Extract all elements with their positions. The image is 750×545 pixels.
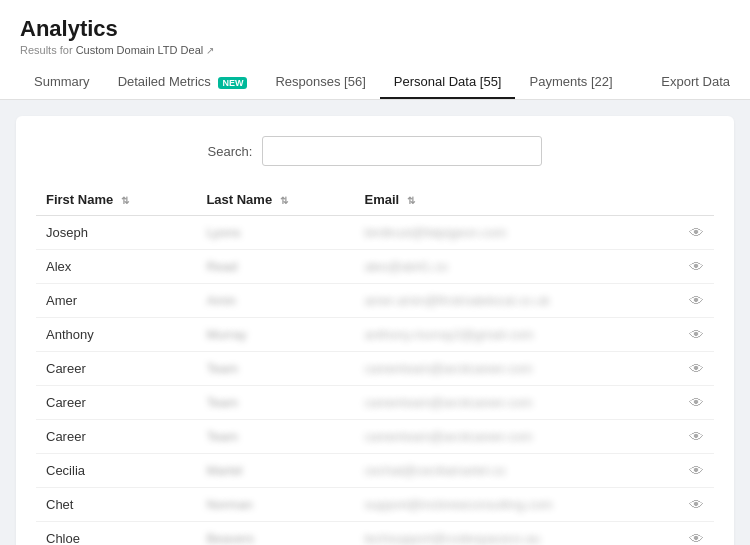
eye-icon[interactable]: 👁	[689, 496, 704, 513]
table-row: CareerTeamcareerteam@arcitcareer.com👁	[36, 386, 714, 420]
cell-first-name: Career	[36, 386, 196, 420]
cell-email: cechat@ceciliamartel.co	[354, 454, 679, 488]
data-table: First Name ⇅ Last Name ⇅ Email ⇅ JosephL…	[36, 184, 714, 545]
cell-view[interactable]: 👁	[679, 216, 714, 250]
cell-last-name: Team	[196, 352, 354, 386]
cell-email: birdtrust@fatpigeon.com	[354, 216, 679, 250]
col-last-name[interactable]: Last Name ⇅	[196, 184, 354, 216]
eye-icon[interactable]: 👁	[689, 530, 704, 545]
cell-last-name: Amin	[196, 284, 354, 318]
search-label: Search:	[208, 144, 253, 159]
subtitle-link[interactable]: Custom Domain LTD Deal	[76, 44, 204, 56]
cell-view[interactable]: 👁	[679, 454, 714, 488]
cell-first-name: Anthony	[36, 318, 196, 352]
cell-last-name: Murray	[196, 318, 354, 352]
eye-icon[interactable]: 👁	[689, 462, 704, 479]
table-row: AnthonyMurrayanthony.murray2@gmail.com👁	[36, 318, 714, 352]
cell-email: careerteam@arcitcareer.com	[354, 386, 679, 420]
cell-last-name: Beavers	[196, 522, 354, 546]
cell-email: careerteam@arcitcareer.com	[354, 352, 679, 386]
cell-first-name: Chloe	[36, 522, 196, 546]
table-row: AmerAminamer.amin@firstmatelocal.co.uk👁	[36, 284, 714, 318]
table-row: CeciliaMartelcechat@ceciliamartel.co👁	[36, 454, 714, 488]
cell-email: anthony.murray2@gmail.com	[354, 318, 679, 352]
table-row: JosephLyonsbirdtrust@fatpigeon.com👁	[36, 216, 714, 250]
cell-first-name: Career	[36, 420, 196, 454]
table-row: ChetNormansupport@incbrewconsulting.com👁	[36, 488, 714, 522]
cell-first-name: Amer	[36, 284, 196, 318]
cell-last-name: Team	[196, 386, 354, 420]
cell-first-name: Career	[36, 352, 196, 386]
search-input[interactable]	[262, 136, 542, 166]
cell-last-name: Team	[196, 420, 354, 454]
page-title: Analytics	[20, 16, 730, 42]
cell-last-name: Lyons	[196, 216, 354, 250]
cell-email: alex@ab41.co	[354, 250, 679, 284]
table-row: AlexReadalex@ab41.co👁	[36, 250, 714, 284]
cell-email: amer.amin@firstmatelocal.co.uk	[354, 284, 679, 318]
table-row: CareerTeamcareerteam@arcitcareer.com👁	[36, 420, 714, 454]
cell-first-name: Cecilia	[36, 454, 196, 488]
sort-icon-email: ⇅	[407, 195, 415, 206]
cell-view[interactable]: 👁	[679, 386, 714, 420]
cell-view[interactable]: 👁	[679, 352, 714, 386]
cell-last-name: Martel	[196, 454, 354, 488]
tab-responses[interactable]: Responses [56]	[261, 66, 379, 99]
tab-payments[interactable]: Payments [22]	[515, 66, 626, 99]
external-link-icon: ↗	[206, 45, 214, 56]
tab-detailed-metrics[interactable]: Detailed Metrics NEW	[104, 66, 262, 99]
cell-last-name: Read	[196, 250, 354, 284]
eye-icon[interactable]: 👁	[689, 292, 704, 309]
page-subtitle: Results for Custom Domain LTD Deal ↗	[20, 44, 730, 56]
eye-icon[interactable]: 👁	[689, 428, 704, 445]
cell-view[interactable]: 👁	[679, 250, 714, 284]
cell-first-name: Chet	[36, 488, 196, 522]
cell-view[interactable]: 👁	[679, 488, 714, 522]
tab-bar: Summary Detailed Metrics NEW Responses […	[20, 66, 730, 99]
cell-email: support@incbrewconsulting.com	[354, 488, 679, 522]
eye-icon[interactable]: 👁	[689, 360, 704, 377]
sort-icon-first-name: ⇅	[121, 195, 129, 206]
table-row: CareerTeamcareerteam@arcitcareer.com👁	[36, 352, 714, 386]
tab-personal-data[interactable]: Personal Data [55]	[380, 66, 516, 99]
table-row: ChloeBeaverstechsupport@codespaceco.au👁	[36, 522, 714, 546]
cell-view[interactable]: 👁	[679, 318, 714, 352]
tab-summary[interactable]: Summary	[20, 66, 104, 99]
col-email[interactable]: Email ⇅	[354, 184, 679, 216]
cell-view[interactable]: 👁	[679, 284, 714, 318]
cell-email: careerteam@arcitcareer.com	[354, 420, 679, 454]
cell-view[interactable]: 👁	[679, 522, 714, 546]
eye-icon[interactable]: 👁	[689, 224, 704, 241]
export-data-button[interactable]: Export Data	[661, 66, 730, 99]
cell-email: techsupport@codespaceco.au	[354, 522, 679, 546]
new-badge: NEW	[218, 77, 247, 89]
cell-first-name: Alex	[36, 250, 196, 284]
cell-last-name: Norman	[196, 488, 354, 522]
eye-icon[interactable]: 👁	[689, 258, 704, 275]
sort-icon-last-name: ⇅	[280, 195, 288, 206]
col-first-name[interactable]: First Name ⇅	[36, 184, 196, 216]
eye-icon[interactable]: 👁	[689, 326, 704, 343]
cell-view[interactable]: 👁	[679, 420, 714, 454]
cell-first-name: Joseph	[36, 216, 196, 250]
eye-icon[interactable]: 👁	[689, 394, 704, 411]
